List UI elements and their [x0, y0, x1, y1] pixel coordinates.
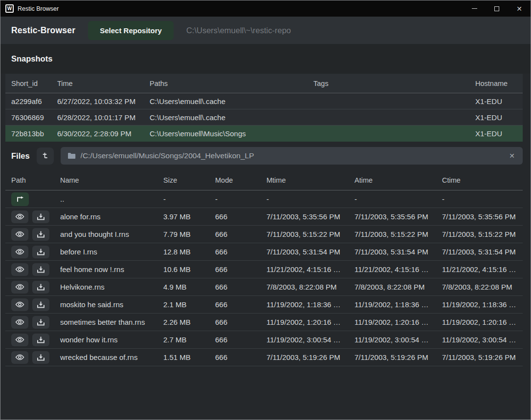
file-mode: 666	[209, 230, 261, 238]
file-size: 2.1 MB	[157, 300, 209, 309]
file-mtime: 11/21/2002, 4:15:16 …	[261, 265, 349, 273]
column-header-short-id: Short_id	[5, 80, 51, 87]
file-atime: 7/8/2003, 8:22:08 PM	[349, 283, 436, 291]
column-header-paths: Paths	[144, 80, 308, 87]
snapshot-row-selected[interactable]: 72b813bb 6/30/2022, 2:28:09 PM C:\Users\…	[5, 126, 523, 142]
column-header-mtime: Mtime	[261, 176, 349, 184]
snapshots-section-title: Snapshots	[11, 54, 52, 63]
file-atime: 11/19/2002, 1:18:36 …	[349, 300, 436, 309]
file-name: wrecked because of.rns	[54, 353, 157, 361]
file-size: 10.6 MB	[157, 265, 209, 273]
tree-toggle-icon	[41, 152, 49, 160]
eye-icon	[15, 301, 24, 308]
up-directory-icon	[16, 196, 24, 202]
preview-file-button[interactable]	[11, 334, 28, 346]
file-mtime: 7/8/2003, 8:22:08 PM	[261, 283, 349, 291]
file-row: Helvikone.rns4.9 MB6667/8/2003, 8:22:08 …	[5, 278, 523, 296]
logo-letter: W	[7, 6, 12, 11]
file-atime: 7/11/2003, 5:15:22 PM	[349, 230, 436, 238]
download-icon	[37, 213, 44, 220]
window-title: Restic Browser	[18, 5, 59, 12]
file-row: and you thought I.rns7.79 MB6667/11/2003…	[5, 226, 523, 243]
files-section-title: Files	[11, 151, 30, 161]
app-title: Restic-Browser	[11, 25, 75, 36]
go-up-directory-button[interactable]	[11, 192, 29, 206]
download-icon	[37, 301, 44, 308]
file-atime: 7/11/2003, 5:31:54 PM	[349, 248, 436, 256]
preview-file-button[interactable]	[11, 228, 28, 241]
snapshot-short-id: a2299af6	[5, 97, 51, 105]
file-name: sometimes better than.rns	[54, 318, 157, 326]
snapshot-time: 6/27/2022, 10:03:32 PM	[51, 97, 144, 105]
file-name: wonder how it.rns	[54, 336, 157, 344]
download-file-button[interactable]	[32, 281, 49, 294]
download-file-button[interactable]	[32, 298, 49, 311]
maximize-icon	[494, 6, 499, 11]
file-row: moskito he said.rns2.1 MB66611/19/2002, …	[5, 296, 523, 314]
folder-icon	[67, 152, 76, 159]
preview-file-button[interactable]	[11, 281, 28, 294]
download-icon	[37, 319, 44, 326]
file-row-parent: .. - - - - -	[5, 190, 523, 208]
close-button[interactable]: ✕	[508, 0, 531, 17]
select-repository-button[interactable]: Select Repository	[88, 21, 174, 40]
app-header: Restic-Browser Select Repository C:\User…	[0, 17, 531, 44]
files-path-input[interactable]	[81, 151, 503, 160]
preview-file-button[interactable]	[11, 351, 28, 364]
file-mtime: 7/11/2003, 5:31:54 PM	[261, 248, 349, 256]
file-mtime: 11/19/2002, 1:20:16 …	[261, 318, 349, 326]
wails-logo-icon: W	[5, 4, 14, 13]
file-name: before I.rns	[54, 248, 157, 256]
snapshot-short-id: 76306869	[5, 113, 51, 122]
eye-icon	[15, 354, 24, 360]
file-row: alone for.rns3.97 MB6667/11/2003, 5:35:5…	[5, 208, 523, 226]
file-mode: 666	[209, 336, 261, 344]
snapshots-table: Short_id Time Paths Tags Hostname a2299a…	[5, 74, 523, 142]
file-atime: 7/11/2003, 5:35:56 PM	[349, 212, 436, 221]
repository-path: C:\Users\emuell\~\restic-repo	[186, 26, 291, 35]
preview-file-button[interactable]	[11, 316, 28, 329]
file-mode: 666	[209, 353, 261, 361]
download-file-button[interactable]	[32, 351, 49, 364]
eye-icon	[15, 249, 24, 255]
download-file-button[interactable]	[32, 263, 49, 276]
file-mode: 666	[209, 265, 261, 273]
file-atime: 11/21/2002, 4:15:16 …	[349, 265, 436, 273]
download-file-button[interactable]	[32, 210, 49, 223]
preview-file-button[interactable]	[11, 263, 28, 276]
download-icon	[37, 266, 44, 273]
file-ctime: -	[436, 195, 523, 203]
eye-icon	[15, 319, 24, 325]
snapshots-table-header: Short_id Time Paths Tags Hostname	[5, 74, 523, 93]
eye-icon	[15, 266, 24, 273]
snapshot-hostname: X1-EDU	[469, 113, 523, 122]
download-file-button[interactable]	[32, 334, 49, 346]
file-name: feel home now !.rns	[54, 265, 157, 273]
tree-view-toggle-button[interactable]	[37, 147, 54, 165]
snapshot-row[interactable]: 76306869 6/28/2022, 10:01:17 PM C:\Users…	[5, 109, 523, 126]
clear-path-button[interactable]: ✕	[507, 151, 517, 161]
column-header-name: Name	[54, 176, 157, 184]
file-mtime: 11/19/2002, 3:00:54 …	[261, 336, 349, 344]
download-file-button[interactable]	[32, 316, 49, 329]
download-icon	[37, 231, 44, 238]
snapshot-row[interactable]: a2299af6 6/27/2022, 10:03:32 PM C:\Users…	[5, 93, 523, 109]
file-mtime: 7/11/2003, 5:15:22 PM	[261, 230, 349, 238]
file-mode: 666	[209, 248, 261, 256]
column-header-mode: Mode	[209, 176, 261, 184]
file-row: feel home now !.rns10.6 MB66611/21/2002,…	[5, 261, 523, 278]
download-file-button[interactable]	[32, 228, 49, 241]
file-ctime: 7/11/2003, 5:15:22 PM	[436, 230, 523, 238]
files-table-header: Path Name Size Mode Mtime Atime Ctime	[5, 170, 523, 190]
maximize-button[interactable]	[486, 0, 508, 17]
file-atime: 11/19/2002, 3:00:54 …	[349, 336, 436, 344]
file-row: sometimes better than.rns2.26 MB66611/19…	[5, 314, 523, 331]
preview-file-button[interactable]	[11, 246, 28, 258]
file-row: before I.rns12.8 MB6667/11/2003, 5:31:54…	[5, 243, 523, 261]
minimize-button[interactable]	[463, 0, 486, 17]
download-file-button[interactable]	[32, 246, 49, 258]
preview-file-button[interactable]	[11, 298, 28, 311]
column-header-ctime: Ctime	[436, 176, 523, 184]
eye-icon	[15, 213, 24, 220]
preview-file-button[interactable]	[11, 210, 28, 223]
